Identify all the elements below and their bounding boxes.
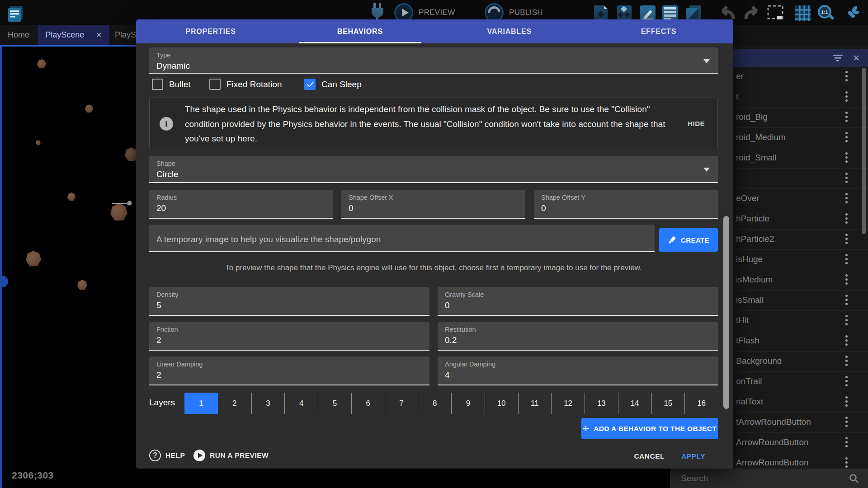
tab-playscene[interactable]: PlayScene ✕ bbox=[38, 25, 109, 45]
object-label: tFlash bbox=[736, 336, 760, 346]
layer-5-button[interactable]: 5 bbox=[318, 393, 351, 414]
asteroid-sprite[interactable] bbox=[77, 280, 87, 290]
layer-6-button[interactable]: 6 bbox=[351, 393, 385, 414]
layer-11-button[interactable]: 11 bbox=[518, 393, 552, 414]
item-menu-icon[interactable] bbox=[845, 437, 848, 449]
zoom-1-1-icon[interactable]: 1:1 bbox=[816, 4, 835, 23]
item-menu-icon[interactable] bbox=[845, 295, 848, 307]
type-select[interactable]: Type Dynamic bbox=[149, 47, 718, 74]
filter-icon[interactable] bbox=[833, 54, 843, 62]
bullet-checkbox-group[interactable]: Bullet bbox=[152, 79, 191, 90]
item-menu-icon[interactable] bbox=[845, 274, 848, 286]
tab-variables[interactable]: VARIABLES bbox=[435, 19, 584, 43]
grid-icon[interactable] bbox=[793, 4, 812, 23]
tab-behaviors[interactable]: BEHAVIORS bbox=[285, 19, 434, 43]
layer-9-button[interactable]: 9 bbox=[451, 393, 485, 414]
item-menu-icon[interactable] bbox=[845, 417, 848, 429]
apply-button[interactable]: APPLY bbox=[681, 452, 705, 460]
linear-damping-field[interactable]: Linear Damping 2 bbox=[149, 357, 429, 385]
bullet-checkbox[interactable] bbox=[152, 79, 163, 90]
undo-icon[interactable] bbox=[715, 5, 736, 21]
item-menu-icon[interactable] bbox=[845, 396, 848, 408]
objects-search-bar bbox=[670, 469, 868, 488]
chevron-down-icon bbox=[703, 59, 710, 63]
object-label: t bbox=[736, 92, 738, 102]
layer-1-button[interactable]: 1 bbox=[184, 393, 218, 414]
density-field[interactable]: Density 5 bbox=[149, 287, 429, 316]
layer-4-button[interactable]: 4 bbox=[284, 393, 318, 414]
asteroid-sprite[interactable] bbox=[37, 59, 46, 68]
layer-12-button[interactable]: 12 bbox=[551, 393, 585, 414]
can-sleep-checkbox-group[interactable]: Can Sleep bbox=[304, 79, 362, 90]
layer-7-button[interactable]: 7 bbox=[385, 393, 418, 414]
item-menu-icon[interactable] bbox=[845, 91, 848, 103]
layer-14-button[interactable]: 14 bbox=[618, 393, 651, 414]
create-button[interactable]: CREATE bbox=[659, 228, 718, 252]
add-behavior-button[interactable]: + ADD A BEHAVIOR TO THE OBJECT bbox=[581, 418, 718, 439]
gravity-scale-field[interactable]: Gravity Scale 0 bbox=[438, 287, 718, 316]
wrench-icon[interactable] bbox=[844, 4, 863, 23]
object-label: tArrowRoundButton bbox=[736, 417, 811, 427]
shape-select[interactable]: Shape Circle bbox=[149, 156, 718, 183]
item-menu-icon[interactable] bbox=[845, 315, 848, 327]
gdevelop-window: PREVIEW PUBLISH bbox=[0, 0, 868, 488]
hide-button[interactable]: HIDE bbox=[688, 120, 705, 127]
type-value: Dynamic bbox=[156, 61, 711, 71]
info-box: i The shape used in the Physics behavior… bbox=[149, 98, 718, 149]
layer-16-button[interactable]: 16 bbox=[684, 393, 718, 414]
can-sleep-checkbox[interactable] bbox=[304, 79, 316, 90]
layer-2-button[interactable]: 2 bbox=[218, 393, 251, 414]
close-panel-icon[interactable]: ✕ bbox=[853, 53, 860, 63]
plug-icon[interactable] bbox=[370, 3, 385, 21]
tab-properties[interactable]: PROPERTIES bbox=[136, 19, 285, 43]
item-menu-icon[interactable] bbox=[845, 457, 848, 469]
layer-8-button[interactable]: 8 bbox=[418, 393, 451, 414]
layer-13-button[interactable]: 13 bbox=[585, 393, 618, 414]
item-menu-icon[interactable] bbox=[845, 173, 848, 185]
fixed-rotation-checkbox-group[interactable]: Fixed Rotation bbox=[209, 79, 282, 90]
item-menu-icon[interactable] bbox=[845, 112, 848, 124]
object-label: ArrowRoundButton bbox=[736, 458, 809, 468]
temp-image-field[interactable]: A temporary image to help you visualize … bbox=[149, 225, 655, 252]
dialog-scrollbar[interactable] bbox=[723, 216, 729, 409]
shape-offset-y-field[interactable]: Shape Offset Y 0 bbox=[534, 190, 718, 219]
restitution-field[interactable]: Restitution 0.2 bbox=[438, 322, 718, 351]
search-input[interactable] bbox=[680, 473, 831, 484]
item-menu-icon[interactable] bbox=[845, 71, 848, 83]
asteroid-sprite[interactable] bbox=[85, 104, 93, 113]
layer-3-button[interactable]: 3 bbox=[251, 393, 285, 414]
project-manager-icon[interactable] bbox=[5, 4, 24, 23]
layer-15-button[interactable]: 15 bbox=[651, 393, 685, 414]
asteroid-sprite[interactable] bbox=[67, 192, 75, 201]
dialog-bottom-bar: ? HELP RUN A PREVIEW CANCEL APPLY bbox=[149, 446, 718, 466]
redo-icon[interactable] bbox=[743, 5, 764, 21]
item-menu-icon[interactable] bbox=[845, 376, 848, 388]
help-button[interactable]: ? HELP bbox=[149, 450, 185, 461]
fixed-rotation-checkbox[interactable] bbox=[209, 79, 221, 90]
item-menu-icon[interactable] bbox=[845, 132, 848, 144]
item-menu-icon[interactable] bbox=[845, 193, 848, 205]
item-menu-icon[interactable] bbox=[845, 356, 848, 368]
tab-effects[interactable]: EFFECTS bbox=[584, 19, 733, 43]
friction-field[interactable]: Friction 2 bbox=[149, 322, 429, 351]
close-tab-icon[interactable]: ✕ bbox=[96, 31, 102, 39]
asteroid-sprite[interactable] bbox=[110, 203, 127, 221]
asteroid-sprite[interactable] bbox=[26, 251, 41, 266]
cancel-button[interactable]: CANCEL bbox=[634, 452, 665, 460]
publish-label: PUBLISH bbox=[509, 8, 543, 17]
angular-damping-field[interactable]: Angular Damping 4 bbox=[438, 357, 718, 385]
run-preview-button[interactable]: RUN A PREVIEW bbox=[193, 450, 269, 461]
item-menu-icon[interactable] bbox=[845, 254, 848, 266]
radius-field[interactable]: Radius 20 bbox=[149, 190, 333, 219]
item-menu-icon[interactable] bbox=[845, 152, 848, 164]
marquee-select-icon[interactable] bbox=[766, 4, 785, 23]
tab-home[interactable]: Home bbox=[0, 25, 37, 45]
item-menu-icon[interactable] bbox=[845, 213, 848, 225]
asteroid-sprite[interactable] bbox=[36, 140, 41, 145]
item-menu-icon[interactable] bbox=[845, 234, 848, 246]
panel-scrollbar[interactable] bbox=[862, 68, 866, 234]
shape-offset-x-field[interactable]: Shape Offset X 0 bbox=[341, 190, 525, 219]
layer-10-button[interactable]: 10 bbox=[485, 393, 518, 414]
drag-guide-handle[interactable] bbox=[127, 201, 132, 206]
item-menu-icon[interactable] bbox=[845, 335, 848, 347]
